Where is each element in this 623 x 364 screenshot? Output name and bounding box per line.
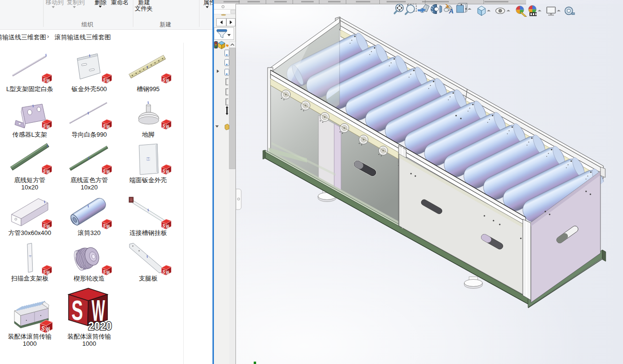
svg-text:S: S (71, 294, 83, 326)
svg-text:A: A (448, 8, 454, 15)
svg-text:2020: 2020 (88, 319, 112, 332)
